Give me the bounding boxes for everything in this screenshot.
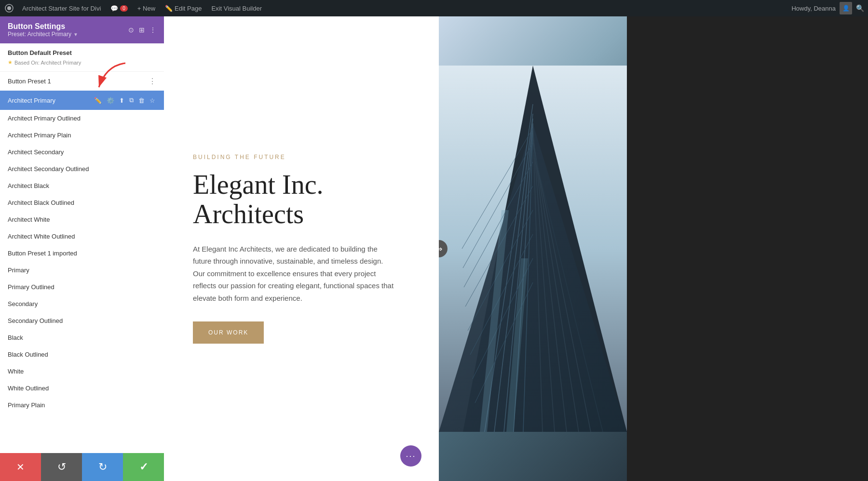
copy-preset-icon[interactable]: ⧉ [128,95,135,105]
admin-bar: Architect Starter Site for Divi 💬 0 + Ne… [0,0,868,16]
dropdown-chevron-icon[interactable]: ▼ [73,32,78,37]
preset-1-more-icon[interactable]: ⋮ [149,77,156,86]
preset-item-button-preset-1-imported[interactable]: Button Preset 1 imported [0,245,164,262]
left-panel: Button Settings Preset: Architect Primar… [0,16,164,481]
undo-icon: ↺ [57,461,66,473]
preset-label: Architect Black [8,182,49,189]
edit-page-button[interactable]: ✏️ Edit Page [163,5,203,12]
comments-link[interactable]: 💬 0 [108,5,130,12]
hero-section: BUILDING THE FUTURE Elegant Inc. Archite… [164,16,627,481]
preset-item-primary-plain[interactable]: Primary Plain [0,397,164,414]
exit-visual-builder-button[interactable]: Exit Visual Builder [209,5,264,12]
default-preset-section: Button Default Preset ★ Based On: Archit… [0,43,164,72]
preset-item-white[interactable]: White [0,363,164,380]
preset-label: Architect White Outlined [8,233,75,240]
panel-subtitle: Preset: Architect Primary ▼ [8,31,78,38]
dots-icon: ··· [406,451,416,461]
more-options-icon[interactable]: ⋮ [149,26,156,34]
preset-label: Architect Primary Outlined [8,115,81,122]
preset-label: Primary Plain [8,401,45,409]
site-name-text: Architect Starter Site for Divi [22,5,101,12]
preset-1-section: Button Preset 1 ⋮ [0,72,164,91]
preset-item-primary-outlined[interactable]: Primary Outlined [0,279,164,295]
canvas-area: BUILDING THE FUTURE Elegant Inc. Archite… [164,16,868,481]
preset-item-white-outlined[interactable]: White Outlined [0,380,164,397]
exit-label: Exit Visual Builder [211,5,262,12]
preset-label: Black [8,334,23,341]
redo-button[interactable]: ↻ [82,453,123,481]
preset-label: Primary [8,267,29,274]
preset-item-primary[interactable]: Primary [0,262,164,279]
preset-item-architect-primary-active[interactable]: Architect Primary ✏️ ⚙️ ⬆ ⧉ 🗑 ☆ [0,91,164,110]
svg-point-1 [7,6,11,10]
save-button[interactable]: ✓ [123,453,164,481]
preset-label: Secondary Outlined [8,317,63,324]
hero-description: At Elegant Inc Architects, we are dedica… [193,243,395,305]
preset-item-architect-white[interactable]: Architect White [0,211,164,228]
panel-body: Button Default Preset ★ Based On: Archit… [0,43,164,481]
preset-item-architect-primary-plain[interactable]: Architect Primary Plain [0,127,164,144]
upload-preset-icon[interactable]: ⬆ [118,96,125,105]
focus-icon[interactable]: ⊙ [128,26,134,34]
search-icon[interactable]: 🔍 [856,4,864,12]
bottom-bar: ✕ ↺ ↻ ✓ [0,453,164,481]
panel-header-left: Button Settings Preset: Architect Primar… [8,22,78,38]
preset-actions: ✏️ ⚙️ ⬆ ⧉ 🗑 ☆ [93,95,156,105]
hero-title: Elegant Inc. Architects [193,170,410,229]
preset-item-architect-primary-outlined[interactable]: Architect Primary Outlined [0,110,164,127]
preset-subtitle-text: Preset: Architect Primary [8,31,71,38]
preset-item-secondary-outlined[interactable]: Secondary Outlined [0,312,164,329]
admin-bar-right: Howdy, Deanna 👤 🔍 [791,2,864,14]
edit-label: Edit Page [175,5,202,12]
panel-title: Button Settings [8,22,78,31]
hero-image-area: ⇔ [439,16,627,481]
hero-tag: BUILDING THE FUTURE [193,154,410,160]
preset-label: Black Outlined [8,351,48,358]
preset-label: White [8,368,24,375]
preset-item-architect-black-outlined[interactable]: Architect Black Outlined [0,194,164,211]
delete-preset-icon[interactable]: 🗑 [137,96,146,105]
floating-options-button[interactable]: ··· [400,445,421,467]
default-preset-subtitle: ★ Based On: Architect Primary [8,59,156,66]
preset-label: Secondary [8,300,38,307]
panel-header: Button Settings Preset: Architect Primar… [0,16,164,43]
toggle-arrows-icon: ⇔ [439,244,442,254]
star-icon: ★ [8,59,13,66]
based-on-text: Based On: Architect Primary [14,60,81,66]
undo-button[interactable]: ↺ [41,453,82,481]
save-icon: ✓ [139,461,148,473]
comments-count: 0 [120,5,128,12]
hero-text-area: BUILDING THE FUTURE Elegant Inc. Archite… [164,16,439,481]
howdy-text: Howdy, Deanna [791,5,836,12]
preset-label: Architect Secondary Outlined [8,165,89,173]
settings-preset-icon[interactable]: ⚙️ [106,96,115,105]
preset-item-architect-white-outlined[interactable]: Architect White Outlined [0,228,164,245]
redo-icon: ↻ [98,461,107,473]
columns-icon[interactable]: ⊞ [139,26,145,34]
admin-bar-left: Architect Starter Site for Divi 💬 0 + Ne… [4,3,786,13]
wordpress-icon[interactable] [4,3,14,13]
preset-item-architect-black[interactable]: Architect Black [0,177,164,194]
panel-header-icons: ⊙ ⊞ ⋮ [128,26,156,34]
preset-item-architect-secondary[interactable]: Architect Secondary [0,144,164,160]
preset-label: Primary Outlined [8,283,54,291]
active-preset-label: Architect Primary [8,97,55,104]
preset-1-label: Button Preset 1 [8,78,51,85]
preset-label: Architect Secondary [8,148,64,156]
preset-label: White Outlined [8,385,49,392]
preset-label: Architect White [8,216,50,223]
preset-label: Architect Primary Plain [8,132,71,139]
preset-label: Button Preset 1 imported [8,250,77,257]
preset-item-architect-secondary-outlined[interactable]: Architect Secondary Outlined [0,160,164,177]
preset-item-black[interactable]: Black [0,329,164,346]
edit-preset-icon[interactable]: ✏️ [93,96,103,105]
hero-cta-button[interactable]: OUR WORK [193,321,264,344]
preset-label: Architect Black Outlined [8,199,74,206]
site-name-link[interactable]: Architect Starter Site for Divi [20,5,103,12]
new-button[interactable]: + New [136,5,157,12]
avatar: 👤 [840,2,852,14]
preset-item-secondary[interactable]: Secondary [0,295,164,312]
star-preset-icon[interactable]: ☆ [149,96,156,105]
cancel-button[interactable]: ✕ [0,453,41,481]
preset-item-black-outlined[interactable]: Black Outlined [0,346,164,363]
